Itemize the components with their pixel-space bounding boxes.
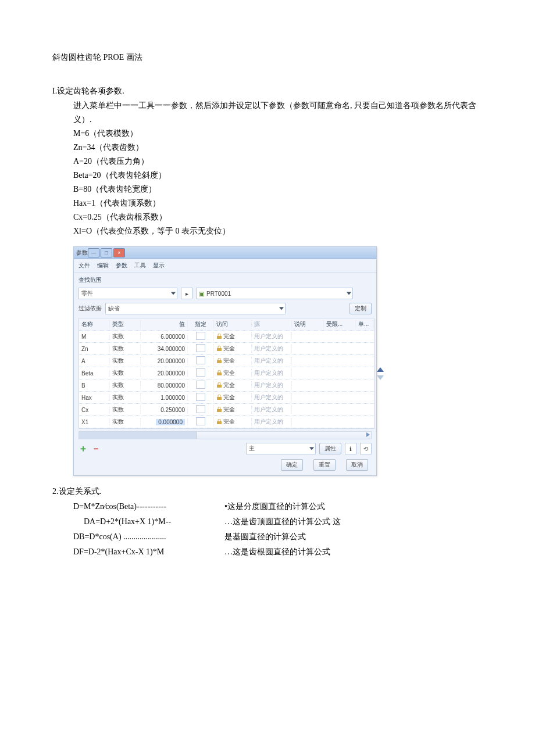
- table-row[interactable]: M 实数 6.000000 完全 用户定义的: [79, 331, 374, 343]
- section2-head: 2.设定关系式.: [52, 486, 483, 497]
- cell-type: 实数: [110, 369, 141, 377]
- lock-icon: [216, 358, 222, 364]
- eq-desc: …这是齿顶圆直径的计算公式 这: [224, 514, 341, 529]
- eq-line: DF=D-2*(Hax+Cx-X 1)*M: [73, 544, 207, 560]
- cell-source: 用户定义的: [252, 393, 292, 402]
- assign-checkbox[interactable]: [196, 381, 205, 389]
- cell-type: 实数: [110, 393, 141, 402]
- chevron-down-icon: [347, 292, 351, 295]
- reset-button[interactable]: 重置: [313, 459, 336, 471]
- cell-value: 0.250000: [141, 407, 188, 413]
- assign-checkbox[interactable]: [196, 417, 205, 425]
- col-source: 源: [252, 320, 292, 328]
- svg-rect-0: [217, 336, 222, 339]
- properties-button[interactable]: 属性: [319, 443, 341, 454]
- param-line: Zn=34（代表齿数）: [73, 141, 483, 155]
- close-icon[interactable]: ×: [113, 248, 125, 257]
- table-row[interactable]: Cx 实数 0.250000 完全 用户定义的: [79, 404, 374, 416]
- cell-value: 6.000000: [141, 334, 188, 340]
- pick-icon[interactable]: ▸: [181, 288, 192, 299]
- window-title: 参数: [76, 249, 88, 257]
- minimize-icon[interactable]: —: [88, 248, 99, 257]
- cell-type: 实数: [110, 418, 141, 426]
- col-restrict: 受限...: [324, 320, 356, 328]
- main-combo[interactable]: 主: [246, 443, 316, 454]
- remove-param-button[interactable]: －: [91, 444, 101, 453]
- table-row[interactable]: Hax 实数 1.000000 完全 用户定义的: [79, 392, 374, 404]
- maximize-icon[interactable]: □: [101, 248, 112, 257]
- col-unit: 单...: [356, 320, 374, 328]
- cancel-button[interactable]: 取消: [346, 459, 368, 471]
- tool-icon[interactable]: ⟲: [360, 443, 372, 454]
- find-label: 查找范围: [79, 275, 372, 288]
- menu-display[interactable]: 显示: [153, 261, 165, 270]
- scope-combo[interactable]: 零件: [79, 288, 177, 299]
- chevron-down-icon: [279, 307, 284, 310]
- params-table: 名称 类型 值 指定 访问 源 说明 受限... 单... M 实: [79, 318, 374, 429]
- cell-value-selected[interactable]: 0.000000: [156, 419, 185, 425]
- cell-name: Beta: [79, 370, 110, 377]
- cell-name: Cx: [79, 407, 110, 413]
- cell-name: Zn: [79, 346, 110, 352]
- col-value: 值: [141, 320, 188, 328]
- svg-rect-1: [217, 348, 222, 351]
- cell-source: 用户定义的: [252, 332, 292, 341]
- part-icon: ▣: [199, 291, 204, 297]
- cell-access: 完全: [223, 393, 235, 402]
- menu-tools[interactable]: 工具: [134, 261, 146, 270]
- cell-type: 实数: [110, 381, 141, 389]
- svg-rect-6: [217, 409, 222, 412]
- cell-name: Hax: [79, 395, 110, 401]
- table-row[interactable]: X1 实数 0.000000 完全 用户定义的: [79, 416, 374, 428]
- cell-value: 80.000000: [141, 382, 188, 389]
- eq-desc: •这是分度圆直径的计算公式: [224, 499, 341, 514]
- cell-type: 实数: [110, 406, 141, 414]
- info-icon[interactable]: ℹ: [345, 443, 356, 454]
- lock-icon: [216, 419, 222, 425]
- eq-line: DA=D+2*(Hax+X 1)*M--: [73, 514, 207, 529]
- filter-combo[interactable]: 缺省: [105, 303, 286, 314]
- menu-edit[interactable]: 编辑: [97, 261, 109, 270]
- eq-desc: 是基圆直径的计算公式: [224, 529, 341, 544]
- cell-name: X1: [79, 419, 110, 425]
- menu-file[interactable]: 文件: [79, 261, 90, 270]
- cell-source: 用户定义的: [252, 381, 292, 389]
- assign-checkbox[interactable]: [196, 344, 205, 352]
- cell-source: 用户定义的: [252, 345, 292, 353]
- table-row[interactable]: Beta 实数 20.000000 完全 用户定义的: [79, 367, 374, 379]
- col-access: 访问: [214, 320, 252, 328]
- cell-name: B: [79, 382, 110, 389]
- assign-checkbox[interactable]: [196, 356, 205, 364]
- assign-checkbox[interactable]: [196, 368, 205, 377]
- param-line: B=80（代表齿轮宽度）: [73, 182, 483, 196]
- move-down-icon[interactable]: [377, 375, 384, 380]
- assign-checkbox[interactable]: [196, 332, 205, 340]
- cell-access: 完全: [223, 406, 235, 414]
- model-combo[interactable]: ▣ PRT0001: [196, 288, 353, 299]
- cell-access: 完全: [223, 332, 235, 341]
- eq-desc: …这是齿根圆直径的计算公式: [224, 544, 341, 560]
- table-row[interactable]: Zn 实数 34.000000 完全 用户定义的: [79, 343, 374, 355]
- scope-value: 零件: [81, 289, 93, 298]
- table-row[interactable]: A 实数 20.000000 完全 用户定义的: [79, 355, 374, 367]
- cell-name: M: [79, 334, 110, 340]
- horizontal-scrollbar[interactable]: [79, 431, 372, 439]
- customize-button[interactable]: 定制: [349, 303, 372, 314]
- cell-source: 用户定义的: [252, 357, 292, 365]
- equations-left: D=M*Zn⁄cos(Beta)----------- DA=D+2*(Hax+…: [73, 499, 207, 560]
- assign-checkbox[interactable]: [196, 393, 205, 401]
- eq-line: DB=D*cos(A) .....................: [73, 529, 207, 544]
- menu-params[interactable]: 参数: [116, 261, 127, 270]
- assign-checkbox[interactable]: [196, 405, 205, 413]
- doc-title: 斜齿圆柱齿轮 PROE 画法: [52, 52, 483, 63]
- section1-intro: 进入菜单栏中一一工具一一参数，然后添加并设定以下参数（参数可随意命名, 只要自己…: [73, 99, 483, 127]
- cell-value: 1.000000: [141, 395, 188, 401]
- move-up-icon[interactable]: [377, 367, 384, 372]
- ok-button[interactable]: 确定: [281, 459, 303, 471]
- add-param-button[interactable]: ＋: [79, 444, 88, 453]
- param-line: Cx=0.25（代表齿根系数）: [73, 210, 483, 224]
- col-type: 类型: [110, 320, 141, 328]
- table-row[interactable]: B 实数 80.000000 完全 用户定义的: [79, 379, 374, 392]
- filter-value: 缺省: [108, 304, 120, 313]
- lock-icon: [216, 334, 222, 339]
